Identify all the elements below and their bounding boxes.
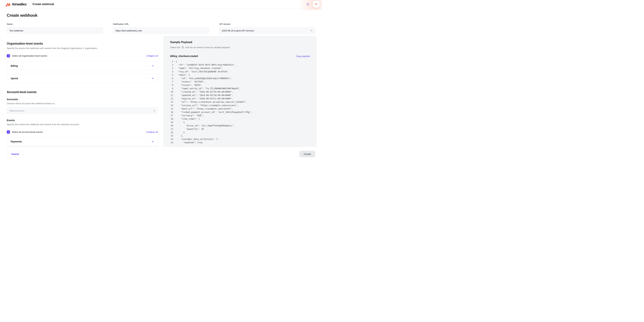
accordion-spend[interactable]: Spend — [7, 74, 158, 83]
code-line: 22 } — [170, 131, 310, 134]
code-line: 7 "status": "ACTIVE", — [170, 80, 310, 83]
line-number: 22 — [170, 131, 173, 134]
line-content: "back_url": "https://example.com/cancel"… — [176, 107, 233, 110]
code-line: 9 "legal_entity_id": "le_ZTLjR8kWOYWEECM… — [170, 87, 310, 90]
notification-url-input[interactable] — [113, 27, 209, 34]
line-number: 21 — [170, 127, 173, 131]
webhook-form: Name Notification URL API version 2025-0… — [7, 23, 315, 34]
code-line: 10 "created_at": "2024-06-01T10:00:00+00… — [170, 90, 310, 94]
name-label: Name — [7, 23, 103, 25]
line-content: "currency": "USD", — [176, 114, 204, 117]
code-line: 8 "locale": "AUTO", — [170, 83, 310, 87]
events-column: Organisation-level events Specify the ev… — [7, 42, 158, 150]
airwallex-logo-icon — [6, 2, 10, 6]
code-line: 6 "id": "bco_ps8e0ZgQzd2QnCxVpzJrHD6KOVu… — [170, 77, 310, 80]
code-line: 19 { — [170, 121, 310, 124]
payload-preview-icon — [182, 46, 184, 49]
api-version-field-group: API version 2025-08-29 (Latest API versi… — [219, 23, 315, 34]
line-number: 7 — [170, 80, 173, 83]
create-webhook-page: Airwallex Create webhook — [0, 0, 322, 161]
code-line: 24 "customer_data_collection": { — [170, 137, 310, 141]
notification-url-field-group: Notification URL — [113, 23, 209, 34]
chevron-down-icon — [151, 77, 154, 80]
close-button[interactable] — [306, 3, 309, 6]
code-line: 15 "back_url": "https://example.com/canc… — [170, 107, 310, 110]
api-version-select[interactable]: 2025-08-29 (Latest API version) — [219, 27, 315, 34]
chevron-down-icon — [151, 64, 154, 67]
line-number: 23 — [170, 134, 173, 137]
chevron-down-icon — [153, 109, 156, 112]
line-number: 4 — [170, 70, 173, 73]
sample-payload-hint: Select the icon for an event to view its… — [170, 46, 310, 49]
line-content: ], — [176, 134, 183, 137]
line-number: 19 — [170, 121, 173, 124]
org-select-all-checkbox[interactable] — [7, 54, 10, 57]
events-description: Specify the events this webhook will rec… — [7, 123, 158, 126]
line-content: "org_id": "acct_t6nlGSCgPpWIBE-3ncOTxA", — [176, 70, 229, 73]
line-content: "expires_at": "2024-06-01T11:00:00+0000"… — [176, 97, 233, 100]
sample-payload-panel: Sample Payload Select the icon for an ev… — [163, 36, 316, 147]
header-divider — [29, 2, 30, 6]
api-version-value: 2025-08-29 (Latest API version) — [222, 29, 254, 32]
account-collapse-all-link[interactable]: Collapse all — [146, 131, 158, 133]
line-number: 24 — [170, 137, 173, 141]
line-number: 9 — [170, 87, 173, 90]
line-content: { — [176, 60, 177, 63]
account-select-placeholder: Select account — [9, 109, 24, 112]
line-content: "url": "https://checkout.airwallex.com/c… — [176, 100, 247, 104]
sparkle-icon — [314, 2, 318, 6]
accordion-billing[interactable]: Billing — [7, 61, 158, 70]
org-collapse-all-link[interactable]: Collapse all — [146, 54, 158, 57]
code-line: 17 "currency": "USD", — [170, 114, 310, 117]
line-number: 15 — [170, 107, 173, 110]
line-content: "customer_data_collection": { — [176, 137, 218, 141]
payload-code-block: 1 { 2 "id": "2a396f97-92f4-3075-98fa-43a… — [170, 60, 310, 144]
line-number: 5 — [170, 73, 173, 77]
cancel-button[interactable]: Cancel — [7, 151, 23, 157]
account-select[interactable]: Select account — [7, 107, 158, 114]
accordion-spend-label: Spend — [11, 77, 18, 80]
airwallex-logo: Airwallex — [6, 2, 26, 6]
line-number: 11 — [170, 94, 173, 97]
line-number: 17 — [170, 114, 173, 117]
accordion-payments-header[interactable]: Payments — [7, 137, 158, 146]
line-content: "quantity": 10 — [176, 127, 204, 131]
org-events-heading: Organisation-level events — [7, 42, 158, 45]
line-number: 2 — [170, 63, 173, 66]
account-select-all-checkbox[interactable] — [7, 130, 10, 134]
accordion-billing-label: Billing — [11, 64, 18, 67]
name-field-group: Name — [7, 23, 103, 34]
page-title: Create webhook — [7, 13, 315, 18]
org-select-all-label: Select all organisation-level events — [12, 54, 47, 57]
create-button[interactable]: Create — [299, 151, 315, 157]
chevron-up-icon — [151, 140, 154, 143]
line-number: 10 — [170, 90, 173, 94]
code-line: 5 "data": { — [170, 73, 310, 77]
line-number: 13 — [170, 100, 173, 104]
line-content: { — [176, 121, 185, 124]
code-line: 4 "org_id": "acct_t6nlGSCgPpWIBE-3ncOTxA… — [170, 70, 310, 73]
code-line: 3 "name": "billing_checkout.created", — [170, 66, 310, 70]
line-content: "id": "2a396f97-92f4-3075-98fa-43acf6e87… — [176, 63, 236, 66]
copy-payload-link[interactable]: Copy payload — [296, 55, 310, 57]
code-line: 18 "line_items": [ — [170, 117, 310, 121]
line-content: "legal_entity_id": "le_ZTLjR8kWOYWEECMbT… — [176, 87, 241, 90]
code-line: 12 "expires_at": "2024-06-01T11:00:00+00… — [170, 97, 310, 100]
org-events-description: Specify the events this webhook will rec… — [7, 47, 158, 49]
ai-assistant-button[interactable] — [313, 1, 320, 7]
line-number: 25 — [170, 141, 173, 144]
line-number: 6 — [170, 77, 173, 80]
line-number: 12 — [170, 97, 173, 100]
code-line: 20 "price_id": "pri_hkpd7fedfgb004apkvs"… — [170, 124, 310, 127]
account-events-heading: Account-level events — [7, 90, 158, 94]
accounts-subheading: Accounts — [7, 98, 158, 101]
api-version-label: API version — [219, 23, 315, 25]
name-input[interactable] — [7, 27, 103, 34]
hint-suffix: icon for an event to view its sample pay… — [185, 46, 230, 49]
line-number: 14 — [170, 104, 173, 107]
line-content: "line_items": [ — [176, 117, 200, 121]
line-content: "updated_at": "2024-06-01T10:00:00+0000"… — [176, 94, 233, 97]
code-line: 11 "updated_at": "2024-06-01T10:00:00+00… — [170, 94, 310, 97]
code-line: 25 "enabled": true — [170, 141, 310, 144]
top-bar: Airwallex Create webhook — [0, 0, 322, 8]
